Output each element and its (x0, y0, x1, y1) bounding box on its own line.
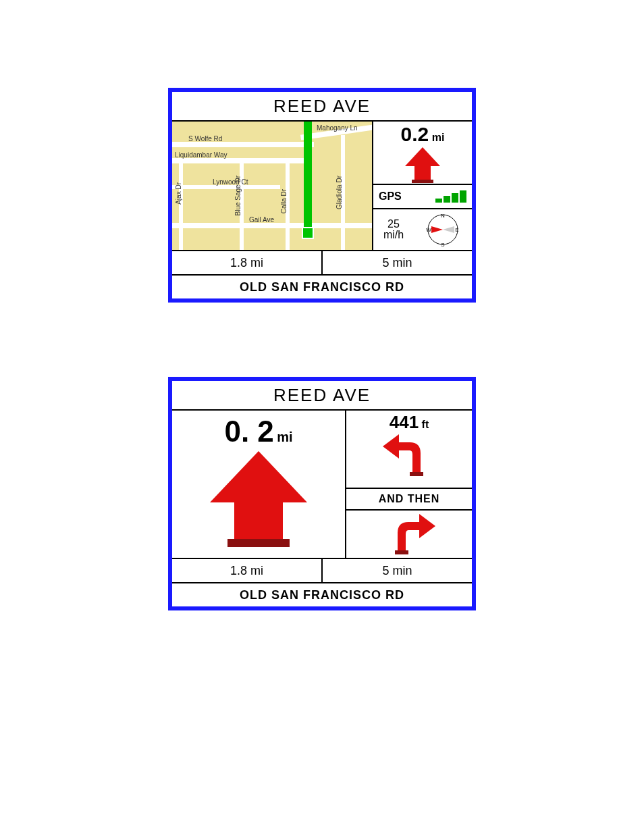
svg-rect-10 (227, 539, 290, 547)
total-distance: 1.8 mi (172, 251, 323, 274)
road-label: Calla Dr (280, 189, 288, 213)
compass-icon: N E S W (423, 210, 462, 249)
gps-label: GPS (379, 190, 402, 203)
svg-text:N: N (441, 213, 445, 219)
total-distance: 1.8 mi (172, 559, 323, 582)
next-street-title: REED AVE (172, 92, 472, 122)
road-label: S Wolfe Rd (188, 135, 222, 142)
arrow-turn-left-icon (380, 433, 438, 477)
speed-compass-panel: 25 mi/h N E S W (373, 209, 472, 250)
svg-marker-9 (210, 451, 307, 539)
time-remaining: 5 min (323, 559, 472, 582)
distance-value: 0.2 (401, 123, 429, 145)
next-street-title: REED AVE (172, 381, 472, 411)
svg-rect-11 (410, 472, 423, 476)
map-area[interactable]: S Wolfe Rd Liquidambar Way Lynwood Ct Ga… (172, 122, 373, 250)
then-turn-panel (346, 511, 472, 558)
road-label: Liquidambar Way (175, 151, 227, 159)
current-position-marker (302, 227, 314, 239)
gps-signal-panel: GPS (373, 185, 472, 209)
speed-unit: mi/h (373, 230, 414, 240)
road-label: Ajax Dr (175, 182, 182, 205)
next-distance-unit: ft (422, 419, 429, 430)
road-label: Gail Ave (249, 216, 274, 224)
next-turn-panel: 441 ft (346, 411, 472, 489)
distance-unit: mi (277, 429, 292, 444)
arrow-turn-right-icon (380, 514, 438, 554)
road-label: Mahogany Ln (317, 124, 358, 132)
svg-rect-1 (412, 180, 433, 183)
svg-marker-0 (405, 147, 440, 180)
distance-value: 0. 2 (224, 415, 273, 448)
trip-stats-row: 1.8 mi 5 min (172, 558, 472, 582)
gps-screen-map-view: REED AVE S Wolfe Rd Liquidambar Way Lynw… (168, 88, 476, 303)
trip-stats-row: 1.8 mi 5 min (172, 250, 472, 274)
gps-screen-turn-view: REED AVE 0. 2 mi 441 ft (168, 377, 476, 610)
and-then-label: AND THEN (346, 489, 472, 511)
arrow-straight-icon (402, 146, 443, 184)
signal-bars-icon (435, 190, 466, 203)
time-remaining: 5 min (323, 251, 472, 274)
next-distance-value: 441 (390, 412, 419, 432)
road-label: Blue Sage Dr (234, 176, 242, 215)
current-road: OLD SAN FRANCISCO RD (172, 582, 472, 606)
main-direction-panel: 0. 2 mi (172, 411, 346, 558)
svg-text:E: E (455, 227, 458, 233)
current-road: OLD SAN FRANCISCO RD (172, 274, 472, 298)
svg-text:W: W (426, 227, 431, 233)
distance-to-turn-panel: 0.2 mi (373, 122, 472, 185)
arrow-straight-icon (205, 448, 313, 550)
svg-rect-12 (395, 550, 408, 554)
road-label: Lynwood Ct (213, 178, 248, 186)
svg-text:S: S (441, 242, 444, 248)
speed-value: 25 (373, 219, 414, 230)
distance-unit: mi (432, 132, 445, 143)
road-label: Gladiola Dr (336, 176, 343, 209)
